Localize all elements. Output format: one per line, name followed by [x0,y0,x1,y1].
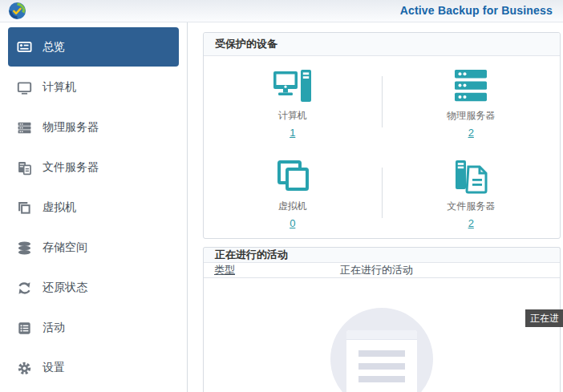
device-row: 计算机 1 [204,56,560,148]
server-rack-icon [452,68,489,104]
sidebar-item-label: 虚拟机 [43,200,76,215]
active-backup-logo-icon [8,2,26,20]
main-content: 受保护的设备 [188,22,563,392]
file-server-doc-icon [452,159,489,195]
sidebar-item-physical-servers[interactable]: 物理服务器 [8,107,179,148]
sidebar-item-settings[interactable]: 设置 [8,348,179,388]
sidebar: 总览 计算机 [0,22,188,392]
file-server-icon [17,160,32,176]
device-count-link[interactable]: 1 [290,127,295,139]
computer-icon [17,80,32,95]
restore-icon [17,281,32,296]
device-label: 计算机 [278,109,307,123]
active-backup-window: Active Backup for Business 总览 [0,0,563,392]
page-title: Active Backup for Business [400,4,553,17]
hover-tooltip: 正在进 [525,309,563,327]
sidebar-item-label: 总览 [43,40,65,55]
sidebar-item-label: 设置 [43,361,65,375]
sidebar-item-storage[interactable]: 存储空间 [8,228,179,268]
protected-devices-grid: 计算机 1 [204,56,560,238]
device-label: 文件服务器 [447,200,495,213]
sidebar-item-overview[interactable]: 总览 [8,27,179,67]
settings-icon [17,361,32,376]
empty-document-icon [346,330,417,392]
sidebar-item-label: 存储空间 [43,240,87,255]
sidebar-item-virtual-machines[interactable]: 虚拟机 [8,188,179,228]
protected-devices-card: 受保护的设备 [203,32,561,239]
empty-state-circle [330,308,433,392]
device-cell-file-server: 文件服务器 2 [383,148,561,239]
activities-table-header: 类型 正在进行的活动 [204,263,560,278]
vm-squares-icon [273,159,312,195]
sidebar-item-label: 物理服务器 [43,120,99,135]
device-count-link[interactable]: 0 [290,217,295,229]
device-count-link[interactable]: 2 [468,127,474,139]
vm-icon [17,200,32,216]
computer-tower-icon [271,68,314,104]
activity-icon [17,321,32,336]
activities-empty-state [204,278,560,392]
sidebar-item-label: 还原状态 [43,281,87,295]
sidebar-item-computers[interactable]: 计算机 [8,67,179,107]
column-header-ongoing[interactable]: 正在进行的活动 [340,263,549,277]
overview-icon [17,39,32,55]
ongoing-activities-card: 正在进行的活动 类型 正在进行的活动 [203,247,561,392]
device-cell-physical-server: 物理服务器 2 [383,56,561,148]
protected-devices-title: 受保护的设备 [204,33,560,56]
sidebar-item-restore-status[interactable]: 还原状态 [8,268,179,308]
server-icon [17,120,32,135]
sidebar-item-label: 计算机 [43,80,76,95]
sidebar-item-activities[interactable]: 活动 [8,308,179,348]
device-cell-computer: 计算机 1 [204,56,382,148]
device-label: 虚拟机 [278,200,307,213]
top-bar: Active Backup for Business [0,0,563,22]
device-cell-virtual-machine: 虚拟机 0 [204,148,382,239]
column-header-type[interactable]: 类型 [214,263,340,277]
ongoing-activities-title: 正在进行的活动 [204,248,560,263]
storage-icon [17,240,32,256]
device-count-link[interactable]: 2 [468,217,474,229]
device-row: 虚拟机 0 [204,148,560,239]
sidebar-item-label: 活动 [43,321,65,335]
sidebar-item-file-servers[interactable]: 文件服务器 [8,148,179,188]
sidebar-item-label: 文件服务器 [43,160,99,175]
device-label: 物理服务器 [447,109,495,123]
